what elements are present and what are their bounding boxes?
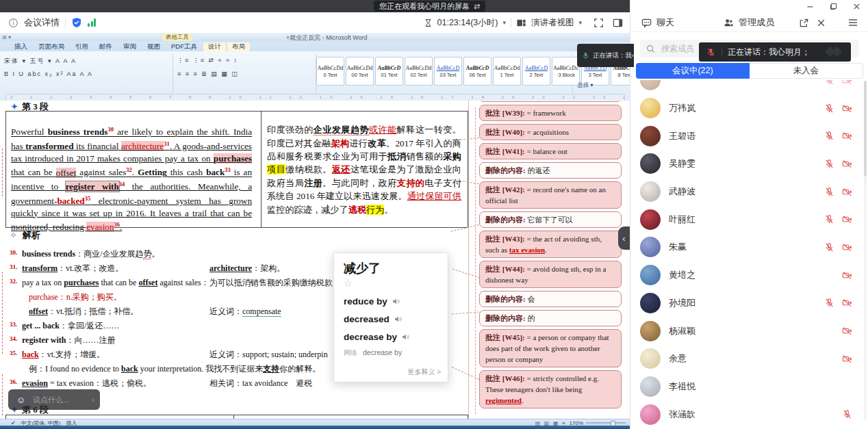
fullscreen-icon[interactable]: [593, 18, 604, 28]
camera-off-icon[interactable]: [842, 326, 852, 336]
quick-access-toolbar[interactable]: ⊞ ▾: [2, 34, 11, 40]
ribbon-tab[interactable]: 插入: [10, 42, 32, 51]
paragraph-controls-row1[interactable]: ⋮≡ ⋮≡ ⇄ « » ↕: [177, 57, 238, 64]
dictionary-popup[interactable]: 减少了 ☆ reduce by decreased decrease by 网络…: [333, 252, 448, 382]
deletion-balloon[interactable]: 删除的内容: 会: [479, 291, 622, 307]
security-shield-icon[interactable]: [71, 17, 82, 28]
speaker-icon[interactable]: [394, 315, 403, 324]
mic-muted-icon[interactable]: [824, 187, 834, 197]
speaker-view-label[interactable]: 演讲者视图: [531, 17, 574, 29]
panel-collapse-handle[interactable]: ‹: [618, 226, 630, 250]
close-panel-icon[interactable]: [816, 18, 826, 28]
chevron-down-icon[interactable]: ▾: [578, 19, 582, 26]
font-controls-row2[interactable]: B I U abc x₂ x² Aa A A: [4, 70, 93, 77]
reaction-bubble[interactable]: ☺ 说点什么... ‹: [8, 389, 100, 410]
speaker-icon[interactable]: [401, 333, 410, 341]
member-row[interactable]: 万祎岚: [630, 94, 868, 122]
deletion-balloon[interactable]: 删除的内容: 的: [479, 310, 622, 326]
ribbon-tab[interactable]: 邮件: [94, 42, 117, 51]
panel-scrollbar[interactable]: [864, 81, 867, 419]
member-row[interactable]: 朱赢: [630, 233, 868, 261]
comment-balloon[interactable]: 批注 [W40]: = acquisitions: [479, 124, 622, 140]
tab-not-joined[interactable]: 未入会: [750, 63, 864, 79]
member-row[interactable]: 吴静雯: [630, 150, 868, 178]
select-button[interactable]: 选择 ▾: [577, 81, 593, 90]
deletion-balloon[interactable]: 删除的内容: 可能可以: [479, 101, 622, 102]
ribbon-tab-layout[interactable]: 布局: [227, 42, 250, 51]
member-row[interactable]: 武静波: [630, 178, 868, 206]
say-something-placeholder[interactable]: 说点什么...: [33, 395, 69, 405]
paragraph-controls-row2[interactable]: ≡ ≡ ≡ ≣ ▤ ▦ ◫: [177, 70, 239, 77]
comment-balloon[interactable]: 批注 [W42]: = record one's name on an offi…: [479, 181, 622, 209]
style-cell[interactable]: AaBbCcD01 Text: [375, 57, 403, 86]
comment-balloon[interactable]: 批注 [W39]: = framework: [479, 105, 622, 121]
maximize-button[interactable]: [827, 1, 839, 11]
tab-in-meeting[interactable]: 会议中(22): [636, 63, 750, 79]
close-button[interactable]: [850, 1, 863, 11]
ribbon-tab[interactable]: 页面布局: [34, 42, 69, 51]
style-cell[interactable]: AaBbCcD2 Text: [522, 57, 550, 86]
ribbon-tab[interactable]: 视图: [142, 42, 165, 51]
meeting-timer[interactable]: 01:23:14(3小时): [437, 17, 498, 29]
side-panel-icon[interactable]: [613, 18, 623, 28]
style-cell[interactable]: AaBbCcDd0 Text: [316, 57, 344, 86]
menu-icon[interactable]: [847, 17, 858, 28]
mic-muted-icon[interactable]: [842, 409, 852, 419]
member-row[interactable]: 王碧语: [630, 122, 868, 150]
mic-muted-icon[interactable]: [824, 214, 834, 224]
info-icon[interactable]: [8, 18, 18, 28]
member-row[interactable]: 叶丽红: [630, 205, 868, 233]
chevron-down-icon[interactable]: ▾: [502, 19, 506, 26]
document-page[interactable]: ✦第 3 段 Powerful business trends30 are li…: [0, 101, 630, 419]
deletion-balloon[interactable]: 删除的内容: 它留下了可以: [479, 211, 622, 228]
network-signal-icon[interactable]: [88, 18, 96, 27]
camera-off-icon[interactable]: [842, 214, 852, 224]
member-row[interactable]: 孙境阳: [630, 289, 868, 317]
zoom-slider[interactable]: [586, 422, 626, 424]
layout-view-icon[interactable]: [516, 18, 526, 28]
member-row[interactable]: 张涵歆: [630, 400, 868, 428]
mic-muted-icon[interactable]: [824, 131, 834, 141]
comment-balloon[interactable]: 批注 [W44]: = avoid doing sth, esp in a di…: [479, 261, 622, 288]
camera-off-icon[interactable]: [842, 242, 852, 252]
member-row[interactable]: 余意: [630, 345, 868, 373]
english-paragraph[interactable]: Powerful business trends30 are likely to…: [11, 124, 252, 233]
comment-balloon[interactable]: 批注 [W45]: = a person or company that doe…: [479, 329, 622, 367]
more-definitions-link[interactable]: 更多释义 >: [407, 367, 441, 377]
tab-manage-members[interactable]: 管理成员: [724, 16, 774, 29]
ribbon-tab[interactable]: PDF工具: [166, 42, 202, 51]
style-cell[interactable]: AaBbCcDd02 Text: [405, 57, 433, 86]
tab-chat[interactable]: 聊天: [641, 16, 674, 29]
comment-balloon[interactable]: 批注 [W43]: = the act of avoiding sth, suc…: [479, 231, 622, 258]
chinese-translation[interactable]: 印度强劲的企业发展趋势或许能解释这一转变。印度已对其金融架构进行改革。2017 …: [267, 123, 461, 216]
style-cell[interactable]: AaBbCcD06 Text: [463, 57, 492, 86]
deletion-balloon[interactable]: 删除的内容: 的返还: [479, 162, 622, 179]
minimize-button[interactable]: [804, 1, 816, 11]
mic-muted-icon[interactable]: [824, 159, 834, 169]
mic-muted-icon[interactable]: [824, 298, 834, 308]
style-cell[interactable]: AaBbCcDd1 Text: [493, 57, 521, 86]
camera-off-icon[interactable]: [842, 131, 852, 141]
camera-off-icon[interactable]: [842, 159, 852, 169]
camera-off-icon[interactable]: [842, 298, 852, 308]
camera-off-icon[interactable]: [842, 270, 852, 281]
ribbon-tab[interactable]: 审阅: [118, 42, 141, 51]
ribbon-tab-design[interactable]: 设计: [203, 42, 226, 51]
smiley-icon[interactable]: ☺: [14, 393, 28, 407]
camera-off-icon[interactable]: [842, 354, 852, 364]
ribbon-tab[interactable]: 引用: [71, 42, 93, 51]
collapse-arrow-icon[interactable]: ‹: [92, 395, 94, 404]
comment-balloon[interactable]: 批注 [W41]: = balance out: [479, 143, 622, 159]
member-row[interactable]: 黄培之: [630, 261, 868, 289]
member-row[interactable]: 杨淑颖: [630, 317, 868, 345]
speaker-icon[interactable]: [392, 297, 400, 306]
camera-off-icon[interactable]: [842, 103, 852, 114]
favorite-star-icon[interactable]: ☆: [344, 278, 438, 289]
font-controls-row1[interactable]: 宋体 ▾ 五号 ▾ A A A: [4, 57, 77, 66]
member-row[interactable]: 李祖悦: [630, 373, 868, 401]
mic-muted-icon[interactable]: [824, 103, 834, 114]
popout-icon[interactable]: [799, 18, 809, 28]
camera-off-icon[interactable]: [842, 187, 852, 197]
comment-balloon[interactable]: 批注 [W46]: = strictly controlled e.g. The…: [479, 370, 622, 408]
style-cell[interactable]: AaBbCcD03 Text: [434, 57, 462, 86]
